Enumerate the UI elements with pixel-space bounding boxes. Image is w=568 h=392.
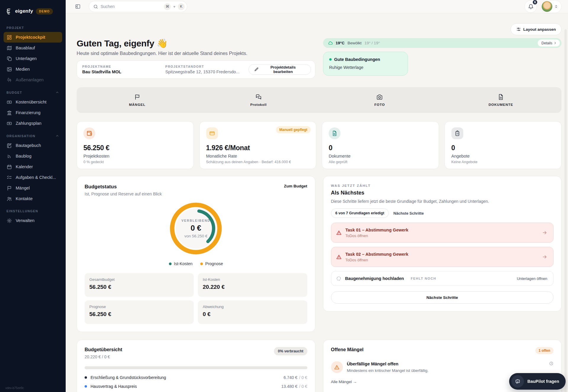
- stat-sub: Alle geprüft: [329, 160, 432, 164]
- notebook-pen-icon: [7, 143, 12, 148]
- layout-adjust-button[interactable]: Layout anpassen: [511, 23, 561, 35]
- section-projekt: PROJEKT: [4, 21, 62, 32]
- banknote-icon: [7, 121, 12, 126]
- bot-chat-icon: [511, 375, 524, 388]
- banknote-icon: [7, 99, 12, 105]
- clipboard-icon: [451, 127, 463, 139]
- task-list: Task 01 – Abstimmung Gewerk ToDos öffnen…: [331, 223, 554, 286]
- cmd-keycap: ⌘: [164, 3, 171, 10]
- task-row-1[interactable]: Task 01 – Abstimmung Gewerk ToDos öffnen: [331, 223, 554, 243]
- budget-donut-chart: VERBLEIBEND 0 € von 56.250 €: [168, 200, 224, 257]
- weather-details-button[interactable]: Details: [538, 39, 560, 47]
- weather-status-title: Gute Baubedingungen: [334, 57, 380, 62]
- sidebar-item-maengel[interactable]: Mängel: [4, 183, 62, 193]
- unterlagen-oeffnen-link[interactable]: Unterlagen öffnen: [517, 276, 547, 281]
- baupilot-button[interactable]: BauPilot fragen: [509, 373, 566, 390]
- wallet-icon: [83, 127, 95, 139]
- budget-item-hausvertrag[interactable]: Hausvertrag & Hauspreis 13.480 €/ 0 €: [85, 384, 307, 389]
- main-cards-row: Budgetstatus Ist, Prognose und Reserve a…: [77, 176, 561, 332]
- legend-dot-icon: [169, 263, 172, 265]
- budget-stats-grid: Gesamtbudget 56.250 € Ist-Kosten 20.220 …: [85, 273, 307, 324]
- bstat-ist-kosten: Ist-Kosten 20.220 €: [198, 273, 307, 297]
- arrow-right-icon: [542, 230, 547, 235]
- weather-range: 19° / 19°: [364, 41, 380, 45]
- sidebar-item-kontakte[interactable]: Kontakte: [4, 193, 62, 204]
- stat-card-projektkosten[interactable]: 56.250 € Projektkosten 0 % gedeckt: [77, 121, 194, 169]
- stat-sub: Keine Angebote: [451, 160, 555, 164]
- sidebar-item-kalender[interactable]: Kalender: [4, 161, 62, 172]
- quick-action-foto[interactable]: FOTO: [319, 87, 440, 113]
- task-row-2[interactable]: Task 02 – Abstimmung Gewerk ToDos öffnen: [331, 247, 554, 267]
- stat-card-dokumente[interactable]: 0 Dokumente Alle geprüft: [322, 121, 439, 169]
- sidebar-item-bautagebuch[interactable]: Bautagebuch: [4, 140, 62, 151]
- section-organisation[interactable]: ORGANISATION: [4, 129, 62, 140]
- quick-action-maengel[interactable]: MÄNGEL: [77, 87, 198, 113]
- donut-legend: Ist-Kosten Prognose: [169, 261, 223, 266]
- consumed-badge: 0% verbraucht: [274, 347, 307, 355]
- notifications-button[interactable]: 6: [525, 0, 537, 13]
- arrow-right-icon: [542, 254, 547, 260]
- bstat-abweichung: Abweichung 0 €: [198, 300, 307, 324]
- weather-condition: Bewölkt: [348, 41, 362, 45]
- sidebar-item-kostenuebersicht[interactable]: Kostenübersicht: [4, 97, 62, 107]
- sidebar-item-verwalten[interactable]: Verwalten: [4, 215, 62, 226]
- search-box[interactable]: ⌘ + K: [89, 1, 187, 12]
- card-title: Budgetstatus: [85, 184, 162, 190]
- alert-triangle-icon: [331, 361, 343, 373]
- toolbar-row: Layout anpassen: [77, 23, 561, 35]
- quick-action-dokumente[interactable]: DOKUMENTE: [440, 87, 561, 113]
- topbar-right: 6: [525, 0, 561, 13]
- eigenfy-logo-icon: [5, 8, 12, 15]
- tab-naechste-schritte[interactable]: Nächste Schritte: [393, 211, 424, 216]
- account-menu[interactable]: [540, 0, 561, 13]
- sidebar-item-zahlungsplan[interactable]: Zahlungsplan: [4, 118, 62, 129]
- category-dot-icon: [85, 376, 87, 379]
- main-area: ⌘ + K 6 Layout anpassen Guten Tag,: [66, 0, 568, 392]
- project-location-field: PROJEKTSTANDORT Spitzwegstraße 12, 15370…: [165, 65, 248, 74]
- chevron-up-icon: [55, 134, 59, 138]
- budget-overview-head: Budgetübersicht 20.220 € / 0 € 0% verbra…: [85, 347, 307, 359]
- budget-overview-card: Budgetübersicht 20.220 € / 0 € 0% verbra…: [77, 340, 315, 392]
- demo-badge: DEMO: [36, 8, 53, 14]
- flag-icon: [134, 94, 141, 100]
- project-name-value: Bau Stadtvilla MOL: [82, 69, 165, 74]
- sidebar-item-aussenanlagen[interactable]: Außenanlagen: [4, 74, 62, 85]
- avatar: [542, 1, 552, 12]
- cloud-icon: [328, 41, 333, 46]
- sidebar-item-finanzierung[interactable]: Finanzierung: [4, 107, 62, 118]
- sidebar-item-medien[interactable]: Medien: [4, 64, 62, 74]
- stat-card-angebote[interactable]: 0 Angebote Keine Angebote: [445, 121, 562, 169]
- card-subtitle: Ist, Prognose und Reserve auf einen Blic…: [85, 192, 162, 196]
- zum-budget-link[interactable]: Zum Budget: [284, 184, 307, 188]
- open-count-badge: 1 offen: [535, 347, 554, 354]
- file-text-icon: [329, 127, 341, 139]
- task-row-baugenehmigung[interactable]: Baugenehmigung hochladen FEHLT NOCH Unte…: [331, 271, 554, 286]
- fehlt-noch-flag: FEHLT NOCH: [411, 277, 436, 280]
- project-location-value: Spitzwegstraße 12, 15370 Fredersdo...: [165, 69, 248, 74]
- sidebar-toggle-button[interactable]: [73, 2, 82, 11]
- stat-card-monatliche-rate[interactable]: Manuell gepflegt 1.926 €/Monat Monatlich…: [199, 121, 317, 169]
- edit-project-button[interactable]: Projektdetails bearbeiten: [248, 64, 311, 75]
- budget-item-erschliessung[interactable]: Erschließung & Grundstücksvorbereitung 6…: [85, 375, 307, 380]
- sidebar-item-unterlagen[interactable]: Unterlagen: [4, 53, 62, 64]
- legend-dot-icon: [200, 263, 203, 265]
- scrollbar[interactable]: [564, 29, 567, 392]
- defect-alert-row[interactable]: Überfällige Mängel offen Mindestens ein …: [331, 361, 554, 373]
- search-icon: [93, 4, 98, 9]
- search-input[interactable]: [101, 4, 162, 9]
- project-info-bar: PROJEKTNAME Bau Stadtvilla MOL PROJEKTST…: [77, 60, 315, 79]
- brand-name: eigenfy: [15, 8, 33, 14]
- sidebar-nav: PROJEKT Projektcockpit Bauablauf Unterla…: [0, 18, 66, 386]
- stat-cards-row: 56.250 € Projektkosten 0 % gedeckt Manue…: [77, 121, 561, 169]
- naechste-schritte-button[interactable]: Nächste Schritte: [331, 291, 554, 304]
- sidebar-item-baublog[interactable]: Baublog: [4, 151, 62, 161]
- sidebar-item-label: Zahlungsplan: [16, 121, 41, 126]
- sidebar-item-projektcockpit[interactable]: Projektcockpit: [4, 32, 62, 43]
- section-budget[interactable]: BUDGET: [4, 85, 62, 97]
- quick-action-protokoll[interactable]: Protokoll: [198, 87, 319, 113]
- sidebar-item-aufgaben[interactable]: Aufgaben & Checkl...: [4, 172, 62, 183]
- rss-icon: [7, 153, 12, 159]
- sidebar-item-bauablauf[interactable]: Bauablauf: [4, 43, 62, 53]
- manual-badge: Manuell gepflegt: [276, 126, 311, 133]
- sidebar-item-label: Aufgaben & Checkl...: [16, 175, 56, 180]
